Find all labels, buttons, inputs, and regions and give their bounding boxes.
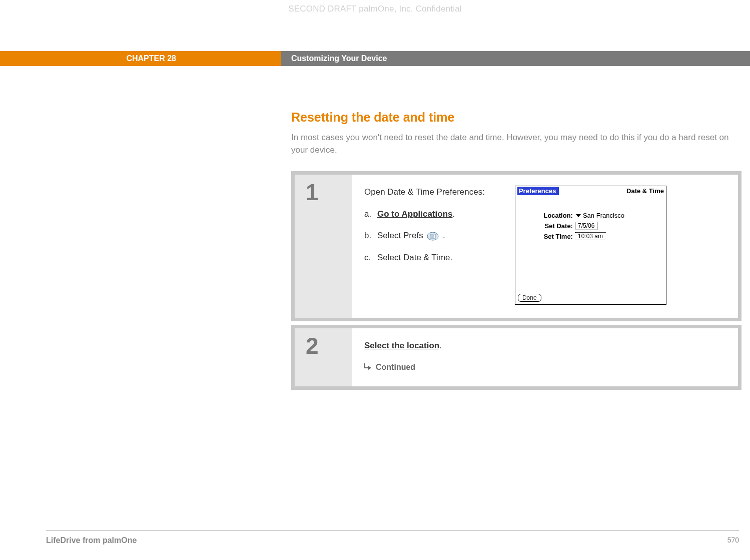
page-number: 570 — [727, 536, 739, 545]
chevron-down-icon[interactable] — [576, 212, 581, 219]
step-number-cell: 1 — [295, 175, 352, 318]
continued-indicator: Continued — [364, 361, 442, 373]
continued-label: Continued — [376, 361, 415, 373]
chapter-title: Customizing Your Device — [281, 51, 750, 66]
prefs-icon — [427, 232, 439, 241]
substep-c: c. Select Date & Time. — [364, 251, 485, 264]
palm-row-location: Location: San Francisco — [520, 212, 661, 219]
substep-text: Select Date & Time. — [377, 251, 452, 264]
palm-screenshot: Preferences Date & Time Location: San Fr… — [515, 186, 666, 305]
step-content: Open Date & Time Preferences: a. Go to A… — [352, 175, 738, 318]
step-block-2: 2 Select the location. Continued — [291, 325, 741, 390]
watermark-text: SECOND DRAFT palmOne, Inc. Confidential — [288, 4, 462, 14]
substep-marker: a. — [364, 208, 377, 221]
substep-a: a. Go to Applications. — [364, 208, 485, 221]
step-lead: Open Date & Time Preferences: — [364, 186, 485, 199]
step2-rest: . — [439, 341, 442, 350]
go-to-applications-link[interactable]: Go to Applications — [377, 209, 452, 219]
step-block-1: 1 Open Date & Time Preferences: a. Go to… — [291, 171, 741, 321]
palm-title-right: Date & Time — [626, 187, 664, 195]
palm-label-location: Location: — [520, 212, 573, 219]
footer-rule — [46, 530, 739, 531]
footer-product: LifeDrive from palmOne — [46, 536, 137, 545]
substep-rest: . — [452, 209, 455, 219]
select-location-link[interactable]: Select the location — [364, 341, 439, 350]
step-number-cell: 2 — [295, 328, 352, 386]
arrow-down-right-icon — [364, 361, 372, 373]
palm-label-set-time: Set Time: — [520, 233, 573, 240]
chapter-header-bar: CHAPTER 28 Customizing Your Device — [0, 51, 750, 66]
palm-title-left: Preferences — [517, 187, 559, 195]
palm-value-set-date[interactable]: 7/5/06 — [575, 222, 597, 230]
section-intro: In most cases you won't need to reset th… — [291, 132, 741, 156]
substep-text-post: . — [443, 231, 445, 240]
substep-b: b. Select Prefs . — [364, 229, 485, 242]
palm-value-location[interactable]: San Francisco — [583, 212, 624, 219]
substep-text-pre: Select Prefs — [377, 231, 425, 240]
palm-value-set-time[interactable]: 10:03 am — [575, 232, 606, 240]
step-content: Select the location. Continued — [352, 328, 738, 386]
palm-row-set-time: Set Time: 10:03 am — [520, 232, 661, 240]
palm-row-set-date: Set Date: 7/5/06 — [520, 222, 661, 230]
step-number: 1 — [306, 181, 341, 204]
substep-marker: b. — [364, 229, 377, 242]
section-title: Resetting the date and time — [291, 110, 741, 125]
svg-marker-5 — [576, 214, 581, 217]
footer: LifeDrive from palmOne 570 — [46, 536, 739, 545]
chapter-number: CHAPTER 28 — [0, 51, 281, 66]
step-number: 2 — [306, 334, 341, 357]
substep-marker: c. — [364, 251, 377, 264]
main-content: Resetting the date and time In most case… — [291, 110, 741, 393]
palm-label-set-date: Set Date: — [520, 222, 573, 230]
done-button[interactable]: Done — [518, 294, 541, 302]
